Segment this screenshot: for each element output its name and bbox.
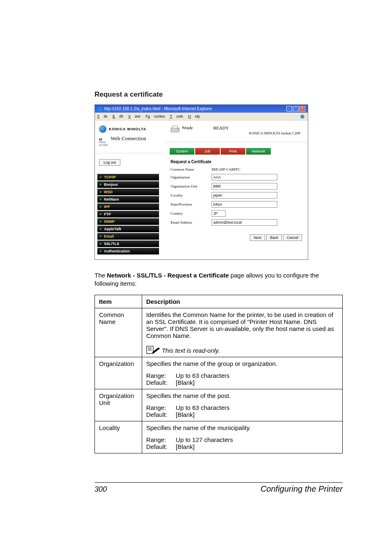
note-row: This text is read-only. xyxy=(146,345,338,354)
triangle-icon xyxy=(100,228,102,230)
default-line: Default: [Blank] xyxy=(146,443,338,450)
svg-point-3 xyxy=(178,129,179,130)
tab-network[interactable]: Network xyxy=(246,148,271,155)
browser-window: 🌐http://192.168.1.2/a_index.html - Micro… xyxy=(95,104,308,260)
default-line: Default: [Blank] xyxy=(146,379,338,386)
status-big: READY xyxy=(213,125,229,130)
default-line: Default: [Blank] xyxy=(146,411,338,418)
sidebar-item-label: AppleTalk xyxy=(104,227,121,231)
cell-item: Organization xyxy=(95,357,142,389)
window-buttons: – □ ✕ xyxy=(286,106,305,111)
sidebar-item-tcpip[interactable]: TCP/IP xyxy=(97,174,159,180)
field-input-organization-unit[interactable] xyxy=(212,183,277,190)
range-line: Range: Up to 63 characters xyxy=(146,404,338,411)
page-footer: 300 Configuring the Printer xyxy=(95,482,343,494)
triangle-icon xyxy=(100,183,102,186)
field-input-locality[interactable] xyxy=(212,192,277,199)
field-label: Email Address xyxy=(171,220,212,224)
sidebar-item-netware[interactable]: NetWare xyxy=(97,196,159,203)
menu-favorites[interactable]: Favorites xyxy=(145,114,165,118)
section-heading: Request a certificate xyxy=(95,90,343,99)
tab-job[interactable]: Job xyxy=(195,148,220,155)
page-number: 300 xyxy=(95,485,107,494)
form-row: Locality xyxy=(171,192,302,199)
next-button[interactable]: Next xyxy=(250,234,265,241)
back-button[interactable]: Back xyxy=(266,234,282,241)
form-row: State/Province xyxy=(171,201,302,208)
sidebar-item-wsd[interactable]: WSD xyxy=(97,189,159,195)
triangle-icon xyxy=(100,176,102,178)
top-tabs: SystemJobPrintNetwork xyxy=(165,148,308,157)
browser-title: 🌐http://192.168.1.2/a_index.html - Micro… xyxy=(97,106,212,111)
minimize-icon[interactable]: – xyxy=(286,106,292,111)
sidebar-item-ssltls[interactable]: SSL/TLS xyxy=(97,240,159,247)
col-description: Description xyxy=(142,295,342,308)
browser-menubar: File Edit View Favorites Tools Help xyxy=(95,113,308,120)
sidebar-item-ftp[interactable]: FTP xyxy=(97,211,159,217)
footer-title: Configuring the Printer xyxy=(261,484,343,494)
tab-print[interactable]: Print xyxy=(221,148,245,155)
intro-text: The Network - SSL/TLS - Request a Certif… xyxy=(95,271,343,288)
triangle-icon xyxy=(100,206,102,208)
logout-button[interactable]: Log out xyxy=(99,159,120,166)
sidebar-item-label: IPP xyxy=(104,205,110,209)
cell-description: Specifies the name of the group or organ… xyxy=(142,357,342,389)
cell-item: Locality xyxy=(95,421,142,453)
svg-rect-2 xyxy=(173,126,178,128)
sidebar-item-appletalk[interactable]: AppleTalk xyxy=(97,226,159,232)
sidebar-item-label: NetWare xyxy=(104,197,119,201)
triangle-icon xyxy=(100,191,102,193)
maximize-icon[interactable]: □ xyxy=(293,106,299,111)
menu-help[interactable]: Help xyxy=(188,114,200,118)
status-small: Ready xyxy=(182,126,193,130)
menu-view[interactable]: View xyxy=(128,114,141,118)
range-line: Range: Up to 127 characters xyxy=(146,436,338,443)
range-line: Range: Up to 63 characters xyxy=(146,372,338,379)
triangle-icon xyxy=(100,220,102,223)
field-input-country[interactable] xyxy=(212,210,226,217)
form-row: Email Address xyxy=(171,219,302,226)
sidebar-item-snmp[interactable]: SNMP xyxy=(97,218,159,225)
desc-text: Specifies the name of the post. xyxy=(146,392,338,399)
cancel-button[interactable]: Cancel xyxy=(283,234,302,241)
cell-item: Common Name xyxy=(95,308,142,357)
field-input-organization[interactable] xyxy=(212,174,277,180)
cell-item: Organization Unit xyxy=(95,389,142,421)
sidebar-item-ipp[interactable]: IPP xyxy=(97,204,159,210)
note-icon xyxy=(146,345,160,354)
field-label: Locality xyxy=(171,193,212,197)
sidebar-item-label: TCP/IP xyxy=(104,175,116,179)
table-row: OrganizationSpecifies the name of the gr… xyxy=(95,357,343,389)
sidebar-item-label: FTP xyxy=(104,212,111,216)
field-input-state-province[interactable] xyxy=(212,201,277,208)
table-row: Organization UnitSpecifies the name of t… xyxy=(95,389,343,421)
tab-system[interactable]: System xyxy=(170,148,194,155)
close-icon[interactable]: ✕ xyxy=(300,106,305,111)
brand-area: KONICA MINOLTA ▮▮ PAGESCOPE Web Connecti… xyxy=(95,120,165,153)
cell-description: Specifies the name of the municipality.R… xyxy=(142,421,342,453)
menu-file[interactable]: File xyxy=(97,114,108,118)
triangle-icon xyxy=(100,250,102,252)
printer-icon xyxy=(170,125,180,134)
sidebar-item-label: Email xyxy=(104,234,114,238)
table-row: Common NameIdentifies the Common Name fo… xyxy=(95,308,343,357)
sidebar-item-authentication[interactable]: Authentication xyxy=(97,248,159,254)
form-row: Organization Unit xyxy=(171,183,302,190)
triangle-icon xyxy=(100,243,102,245)
menu-edit[interactable]: Edit xyxy=(113,114,123,118)
sidebar-item-email[interactable]: Email xyxy=(97,233,159,240)
sidebar-item-label: SNMP xyxy=(104,220,115,224)
brand-globe-icon xyxy=(99,125,106,133)
desc-text: Identifies the Common Name for the print… xyxy=(146,311,338,339)
form-row: Organization xyxy=(171,174,302,180)
triangle-icon xyxy=(100,235,102,238)
web-connection-label: Web Connection xyxy=(111,135,146,142)
sidebar-item-bonjour[interactable]: Bonjour xyxy=(97,181,159,188)
sidebar-item-label: Authentication xyxy=(104,249,130,253)
menu-tools[interactable]: Tools xyxy=(170,114,183,118)
sidebar-item-label: Bonjour xyxy=(104,183,118,187)
cell-description: Specifies the name of the post.Range: Up… xyxy=(142,389,342,421)
desc-text: Specifies the name of the municipality. xyxy=(146,424,338,431)
sidebar-item-label: SSL/TLS xyxy=(104,242,119,246)
field-input-email-address[interactable] xyxy=(212,219,277,226)
